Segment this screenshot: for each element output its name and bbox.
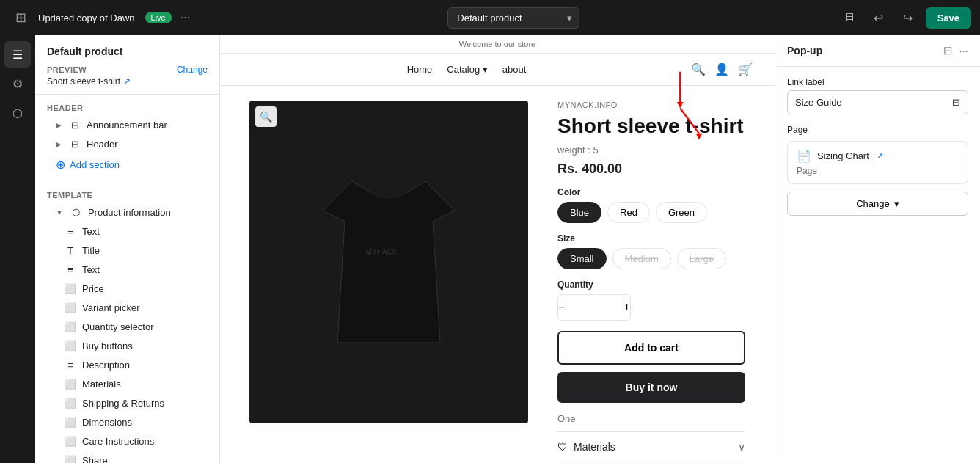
sidebar-item-buy-buttons[interactable]: ⬜ Buy buttons: [35, 336, 219, 355]
product-area: 🔍 MYHACK MYNACK.INFO Sho: [220, 86, 775, 463]
page-section-label: Page: [787, 125, 968, 135]
redo-icon[interactable]: ↪: [896, 6, 920, 29]
right-panel-body: Link label Size Guide ⊟ Page 📄 Sizing Ch…: [775, 67, 980, 463]
desktop-preview-icon[interactable]: 🖥: [838, 6, 861, 29]
topbar: ⊞ Updated copy of Dawn Live ··· Default …: [0, 0, 980, 35]
more-options-icon[interactable]: ···: [180, 11, 190, 24]
text2-label: Text: [82, 264, 100, 275]
qty-label: Quantity: [557, 280, 745, 290]
product-image-wrap: 🔍 MYHACK: [249, 101, 528, 463]
qty-decrease-button[interactable]: −: [558, 295, 565, 320]
size-btn-large[interactable]: Large: [677, 248, 726, 269]
description-label: Description: [82, 360, 130, 371]
text2-icon: ≡: [65, 263, 76, 275]
sidebar-item-variant-picker[interactable]: ⬜ Variant picker: [35, 298, 219, 317]
caret-icon-2: ▶: [56, 140, 62, 148]
plus-icon: ⊕: [56, 158, 65, 172]
preview-row: PREVIEW Change: [47, 65, 208, 75]
header-section-label: HEADER: [35, 101, 219, 115]
grid-icon[interactable]: ⊞: [9, 10, 32, 26]
page-card-inner: 📄 Sizing Chart ↗: [797, 149, 959, 163]
svg-text:MYHACK: MYHACK: [366, 248, 398, 256]
sidebar-item-care[interactable]: ⬜ Care Instructions: [35, 431, 219, 451]
nav-catalog[interactable]: Catalog ▾: [447, 64, 487, 75]
share-icon: ⬜: [65, 454, 76, 463]
store-nav: Home Catalog ▾ about 🔍 👤 🛒: [220, 54, 775, 86]
link-label-input[interactable]: Size Guide ⊟: [787, 90, 968, 114]
qty-selector: − +: [557, 294, 631, 321]
sections-icon[interactable]: ☰: [4, 41, 31, 68]
store-topbar: Welcome to our store: [220, 35, 775, 54]
store-nav-icons: 🔍 👤 🛒: [691, 62, 753, 76]
sidebar-item-dimensions[interactable]: ⬜ Dimensions: [35, 412, 219, 431]
color-btn-blue[interactable]: Blue: [557, 202, 601, 223]
dimensions-icon: ⬜: [65, 416, 76, 428]
sidebar-item-price[interactable]: ⬜ Price: [35, 279, 219, 298]
product-info-label: Product information: [88, 207, 171, 218]
description-icon: ≡: [65, 359, 76, 371]
change-btn-label: Change: [856, 198, 890, 209]
announcement-label: Announcement bar: [87, 120, 167, 131]
change-button[interactable]: Change ▾: [787, 192, 968, 216]
more-icon[interactable]: ···: [959, 44, 968, 57]
preview-label: PREVIEW: [47, 65, 87, 74]
sidebar-item-title[interactable]: T Title: [35, 241, 219, 260]
nav-home[interactable]: Home: [407, 64, 433, 75]
link-label-value: Size Guide: [795, 97, 842, 108]
preview-product-link[interactable]: ↗: [123, 76, 131, 87]
sidebar-item-announcement[interactable]: ▶ ⊟ Announcement bar: [35, 115, 219, 134]
buy-buttons-label: Buy buttons: [82, 340, 133, 351]
search-icon[interactable]: 🔍: [691, 62, 706, 76]
apps-icon[interactable]: ⬡: [4, 100, 31, 126]
settings-icon[interactable]: ⚙: [4, 70, 31, 97]
product-select[interactable]: Default product: [447, 7, 579, 29]
undo-icon[interactable]: ↩: [867, 6, 891, 29]
sidebar-item-materials[interactable]: ⬜ Materials: [35, 374, 219, 393]
sidebar-item-product-info[interactable]: ▼ ⬡ Product information: [35, 203, 219, 222]
announcement-icon: ⊟: [69, 119, 81, 131]
preview-change-button[interactable]: Change: [177, 65, 208, 75]
account-icon[interactable]: 👤: [714, 62, 729, 76]
sidebar-item-qty-selector[interactable]: ⬜ Quantity selector: [35, 317, 219, 336]
caret-icon-3: ▼: [56, 208, 63, 216]
color-label: Color: [557, 187, 745, 197]
color-btn-green[interactable]: Green: [656, 202, 707, 223]
share-label: Share: [82, 455, 108, 464]
nav-about[interactable]: about: [502, 64, 527, 75]
shipping-label: Shipping & Returns: [82, 398, 164, 409]
dimensions-label: Dimensions: [82, 417, 132, 428]
tshirt-image: MYHACK: [293, 152, 484, 372]
link-label-icon: ⊟: [952, 97, 960, 108]
buy-now-button[interactable]: Buy it now: [557, 372, 745, 403]
sidebar-item-header[interactable]: ▶ ⊟ Header: [35, 134, 219, 153]
layers-icon[interactable]: ⊟: [943, 44, 953, 57]
external-link-icon[interactable]: ↗: [877, 151, 883, 161]
product-one: One: [557, 413, 745, 424]
size-btn-small[interactable]: Small: [557, 248, 607, 269]
right-panel-header: Pop-up ⊟ ···: [775, 35, 980, 67]
color-btn-red[interactable]: Red: [607, 202, 650, 223]
zoom-button[interactable]: 🔍: [255, 106, 277, 127]
size-btn-medium[interactable]: Medium: [612, 248, 671, 269]
caret-icon: ▶: [56, 121, 62, 129]
cart-icon[interactable]: 🛒: [738, 62, 753, 76]
product-price: Rs. 400.00: [557, 161, 745, 177]
topbar-title: Updated copy of Dawn: [38, 12, 135, 23]
sidebar-item-share[interactable]: ⬜ Share: [35, 451, 219, 463]
canvas-area: Welcome to our store Home Catalog ▾ abou…: [220, 35, 775, 463]
sidebar-item-shipping[interactable]: ⬜ Shipping & Returns: [35, 393, 219, 412]
product-info-icon: ⬡: [70, 206, 82, 218]
save-button[interactable]: Save: [926, 7, 971, 29]
sidebar-item-text2[interactable]: ≡ Text: [35, 260, 219, 279]
price-icon: ⬜: [65, 282, 76, 294]
add-section-button[interactable]: ⊕ Add section: [35, 153, 140, 176]
header-section: HEADER ▶ ⊟ Announcement bar ▶ ⊟ Header ⊕…: [35, 95, 219, 182]
sidebar-item-text1[interactable]: ≡ Text: [35, 222, 219, 241]
sidebar-item-description[interactable]: ≡ Description: [35, 355, 219, 374]
qty-input[interactable]: [565, 302, 631, 313]
right-panel-title: Pop-up: [787, 45, 822, 56]
product-weight: weight : 5: [557, 145, 745, 156]
add-to-cart-button[interactable]: Add to cart: [557, 331, 745, 365]
product-brand: MYNACK.INFO: [557, 101, 745, 109]
materials-accordion[interactable]: 🛡 Materials ∨: [557, 431, 745, 462]
